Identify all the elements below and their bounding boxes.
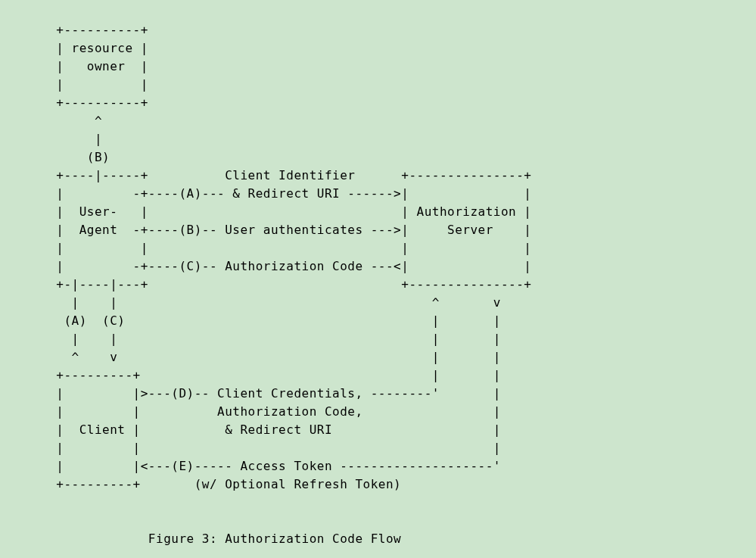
authorization-code-flow-diagram: +----------+ | resource | | owner | | | … [0, 0, 756, 548]
